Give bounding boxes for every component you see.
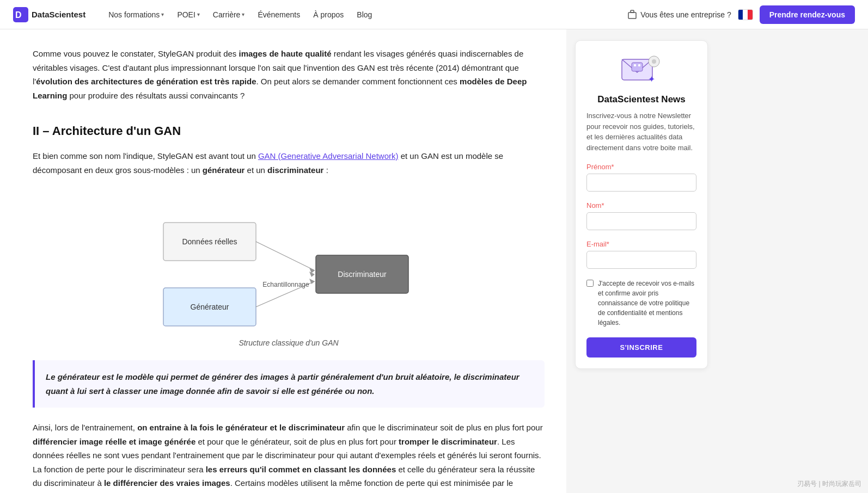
enterprise-icon	[627, 10, 637, 20]
svg-rect-22	[638, 64, 640, 66]
logo-text: DataScientest	[32, 10, 85, 19]
article-para-2: Ainsi, lors de l'entrainement, on entrai…	[33, 421, 545, 493]
sidebar: ✦ DataScientest News Inscrivez-vous à no…	[566, 29, 719, 493]
svg-rect-21	[634, 64, 636, 66]
nom-label: Nom*	[586, 201, 696, 209]
diagram-container: Données réelles Générateur Discriminateu…	[33, 190, 545, 347]
nav-links: Nos formations ▾ POEI ▾ Carrière ▾ Événe…	[103, 7, 627, 22]
nav-blog[interactable]: Blog	[351, 7, 377, 22]
svg-text:✦: ✦	[648, 75, 655, 84]
blockquote: Le générateur est le modèle qui permet d…	[33, 360, 545, 408]
prenom-input[interactable]	[586, 174, 696, 192]
nav-apropos[interactable]: À propos	[308, 7, 349, 22]
consent-label[interactable]: J'accepte de recevoir vos e-mails et con…	[598, 279, 696, 328]
email-input[interactable]	[586, 251, 696, 269]
newsletter-icon: ✦	[620, 52, 663, 87]
svg-text:Echantillonnage: Echantillonnage	[262, 281, 309, 288]
gan-link[interactable]: GAN (Generative Adversarial Network)	[258, 151, 399, 161]
enterprise-link[interactable]: Vous êtes une entreprise ?	[627, 10, 731, 20]
newsletter-card: ✦ DataScientest News Inscrivez-vous à no…	[575, 40, 708, 369]
nav-carriere[interactable]: Carrière ▾	[207, 7, 250, 22]
svg-text:Générateur: Générateur	[191, 303, 229, 311]
logo-link[interactable]: D DataScientest	[13, 7, 85, 22]
newsletter-icon-row: ✦	[586, 52, 696, 87]
svg-text:Discriminateur: Discriminateur	[338, 270, 387, 279]
svg-text:D: D	[15, 10, 22, 20]
article-para-1: Et bien comme son nom l'indique, StyleGA…	[33, 149, 545, 177]
prenom-label: Prénom*	[586, 163, 696, 171]
sidebar-title: DataScientest News	[586, 94, 696, 105]
consent-row: J'accepte de recevoir vos e-mails et con…	[586, 279, 696, 328]
svg-rect-20	[632, 63, 643, 71]
sidebar-subtitle: Inscrivez-vous à notre Newsletter pour r…	[586, 110, 696, 153]
svg-text:Données réelles: Données réelles	[182, 237, 237, 246]
svg-rect-2	[628, 13, 636, 19]
nom-group: Nom*	[586, 201, 696, 238]
intro-paragraph: Comme vous pouvez le constater, StyleGAN…	[33, 47, 545, 102]
section-title: II – Architecture d'un GAN	[33, 120, 545, 138]
navigation: D DataScientest Nos formations ▾ POEI ▾ …	[0, 0, 868, 29]
svg-point-18	[652, 59, 656, 64]
main-content: Comme vous pouvez le constater, StyleGAN…	[0, 29, 566, 493]
chevron-down-icon: ▾	[197, 11, 200, 17]
email-group: E-mail*	[586, 240, 696, 276]
svg-line-10	[256, 242, 315, 270]
nav-right: Vous êtes une entreprise ? Prendre rende…	[627, 5, 855, 24]
svg-rect-3	[631, 10, 634, 13]
prenom-group: Prénom*	[586, 163, 696, 199]
nom-input[interactable]	[586, 212, 696, 230]
nav-poei[interactable]: POEI ▾	[172, 7, 205, 22]
gan-diagram: Données réelles Générateur Discriminateu…	[147, 190, 430, 333]
diagram-caption: Structure classique d'un GAN	[239, 338, 338, 347]
nav-formations[interactable]: Nos formations ▾	[103, 7, 169, 22]
language-flag[interactable]	[738, 9, 753, 20]
subscribe-button[interactable]: S'INSCRIRE	[586, 337, 696, 358]
consent-checkbox[interactable]	[586, 280, 594, 287]
logo-icon: D	[13, 7, 28, 22]
chevron-down-icon: ▾	[161, 11, 164, 17]
chevron-down-icon: ▾	[242, 11, 244, 17]
nav-evenements[interactable]: Événements	[252, 7, 305, 22]
cta-button[interactable]: Prendre rendez-vous	[760, 5, 855, 24]
email-label: E-mail*	[586, 240, 696, 248]
page-wrapper: Comme vous pouvez le constater, StyleGAN…	[0, 0, 868, 493]
